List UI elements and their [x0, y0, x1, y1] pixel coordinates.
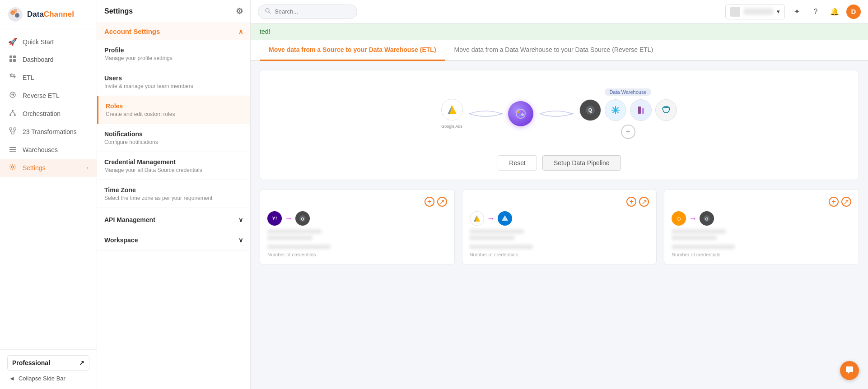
settings-item-timezone[interactable]: Time Zone Select the time zone as per yo…	[97, 180, 250, 208]
chevron-up-icon: ∧	[238, 28, 243, 35]
add-card-button[interactable]: +	[829, 197, 839, 207]
center-node	[508, 101, 533, 126]
settings-item-desc: Manage your profile settings	[104, 55, 243, 61]
source-label: Google Ads	[441, 124, 462, 129]
tab-etl[interactable]: Move data from a Source to your Data War…	[260, 40, 445, 61]
sidebar-item-quickstart[interactable]: 🚀 Quick Start	[0, 33, 97, 51]
tab-reverse-etl[interactable]: Move data from a Data Warehouse to your …	[445, 40, 663, 61]
add-card-button[interactable]: +	[425, 197, 434, 207]
warehouse-icons: Q =	[579, 99, 678, 139]
workspace-selector[interactable]: Workspace ▾	[725, 4, 785, 19]
yahoo-icon: Y!	[267, 211, 282, 226]
settings-item-credential-management[interactable]: Credential Management Manage your all Da…	[97, 152, 250, 180]
edit-card-button[interactable]: ↗	[437, 197, 447, 207]
gear-icon[interactable]: ⚙	[236, 6, 243, 16]
sidebar-item-warehouses[interactable]: Warehouses	[0, 141, 97, 159]
settings-item-desc: Select the time zone as per your require…	[104, 195, 243, 201]
rocket-icon: 🚀	[8, 37, 17, 46]
svg-point-3	[14, 9, 17, 13]
professional-badge[interactable]: Professional ↗	[7, 355, 89, 370]
sidebar-item-etl[interactable]: ETL	[0, 69, 97, 87]
settings-item-desc: Manage your all Data Source credentials	[104, 167, 243, 173]
card-info-1	[672, 229, 851, 235]
svg-point-28	[516, 109, 525, 118]
nav-menu: 🚀 Quick Start Dashboard ETL Reverse ETL	[0, 29, 97, 349]
edit-card-button[interactable]: ↗	[639, 197, 649, 207]
svg-point-29	[518, 111, 520, 113]
chevron-down-icon: ∨	[238, 216, 243, 223]
settings-section-api-management[interactable]: API Management ∨	[97, 210, 250, 230]
pipeline-diagram-area: Google Ads	[269, 79, 849, 171]
svg-rect-20	[9, 149, 16, 150]
collapse-sidebar-button[interactable]: ◄ Collapse Side Bar	[7, 370, 89, 384]
sidebar-item-label: 23 Transformations	[23, 128, 77, 135]
google-ads-icon	[470, 211, 484, 226]
sidebar-item-settings[interactable]: Settings ›	[0, 159, 97, 177]
content-area: ted! Move data from a Source to your Dat…	[251, 23, 868, 389]
dest-icon: Q	[295, 211, 310, 226]
sparkle-button[interactable]: ✦	[789, 5, 804, 19]
main-content: Workspace ▾ ✦ ? 🔔 D ted! Move data fr	[251, 0, 868, 389]
settings-item-users[interactable]: Users Invite & manage your team members	[97, 68, 250, 96]
sparkle-icon: ✦	[794, 7, 800, 16]
sidebar-item-dashboard[interactable]: Dashboard	[0, 51, 97, 69]
card-stat-value: Number of credentials	[470, 252, 649, 257]
sidebar-item-reverse-etl[interactable]: Reverse ETL	[0, 87, 97, 105]
svg-point-30	[521, 113, 524, 116]
add-card-button[interactable]: +	[626, 197, 636, 207]
settings-item-roles[interactable]: Roles Create and edit custom roles	[97, 96, 250, 124]
settings-item-title: Roles	[106, 102, 243, 110]
section-label: Workspace	[104, 236, 138, 244]
collapse-icon: ◄	[9, 375, 15, 382]
settings-item-profile[interactable]: Profile Manage your profile settings	[97, 40, 250, 68]
settings-item-title: Credential Management	[104, 158, 243, 166]
setup-pipeline-button[interactable]: Setup Data Pipeline	[542, 155, 621, 171]
pipeline-diagram: Google Ads	[269, 79, 849, 148]
source-icon: ○	[672, 211, 686, 226]
settings-section-workspace[interactable]: Workspace ∨	[97, 230, 250, 250]
card-info-1	[470, 229, 649, 235]
google-ads-icon	[441, 99, 463, 120]
help-button[interactable]: ?	[808, 5, 823, 19]
svg-rect-15	[14, 128, 16, 130]
svg-rect-41	[642, 108, 644, 114]
reset-button[interactable]: Reset	[498, 155, 537, 171]
sidebar-item-transformations[interactable]: 23 Transformations	[0, 123, 97, 141]
svg-line-13	[13, 111, 15, 114]
svg-rect-5	[13, 56, 16, 58]
svg-marker-27	[500, 113, 504, 115]
account-settings-header[interactable]: Account Settings ∧	[97, 23, 250, 40]
svg-text:Q: Q	[705, 217, 709, 221]
search-input[interactable]	[275, 8, 347, 15]
top-nav-right: Workspace ▾ ✦ ? 🔔 D	[725, 4, 861, 19]
logo-text: DataChannel	[27, 10, 74, 19]
card-stat	[267, 245, 447, 250]
sidebar-item-orchestration[interactable]: Orchestration	[0, 105, 97, 123]
bell-icon: 🔔	[830, 7, 839, 16]
arrow-icon: →	[285, 214, 293, 223]
settings-icon	[8, 163, 17, 172]
top-nav: Workspace ▾ ✦ ? 🔔 D	[251, 0, 868, 23]
card-icons: ○ → Q	[672, 211, 851, 226]
reverse-etl-icon	[8, 91, 17, 100]
source-section: Google Ads	[441, 99, 463, 129]
datachannel-sphere	[508, 101, 533, 126]
settings-item-title: Time Zone	[104, 186, 243, 194]
redshift-icon	[630, 99, 652, 121]
add-warehouse-button[interactable]: +	[621, 125, 635, 139]
snowflake-icon: =	[605, 99, 626, 121]
settings-item-notifications[interactable]: Notifications Configure notifications	[97, 124, 250, 152]
chat-bubble-button[interactable]	[840, 361, 859, 380]
card-icons: →	[470, 211, 649, 226]
sidebar-item-label: Warehouses	[23, 146, 58, 153]
notifications-button[interactable]: 🔔	[827, 5, 842, 19]
logo-icon	[7, 6, 23, 23]
settings-item-title: Notifications	[104, 130, 243, 138]
edit-card-button[interactable]: ↗	[841, 197, 851, 207]
card-info-2	[267, 236, 447, 241]
avatar-button[interactable]: D	[846, 5, 861, 19]
dashboard-icon	[8, 55, 17, 64]
svg-rect-19	[9, 147, 16, 148]
search-bar[interactable]	[258, 5, 357, 19]
svg-rect-4	[9, 56, 12, 58]
